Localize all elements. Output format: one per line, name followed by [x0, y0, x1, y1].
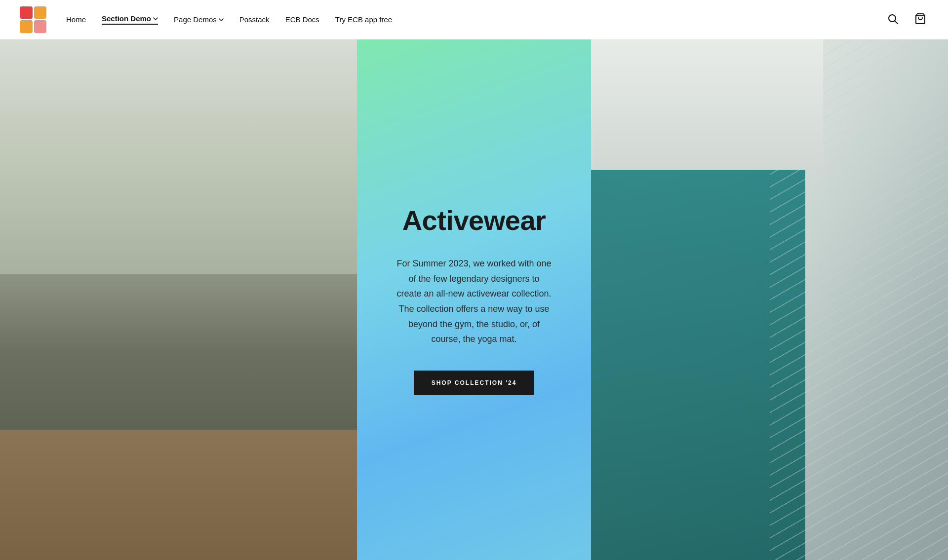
hero-title: Activewear — [402, 204, 546, 236]
logo-square-br — [34, 20, 47, 33]
chevron-down-icon — [219, 17, 224, 22]
hero-right-panel — [591, 39, 948, 560]
nav-posstack[interactable]: Posstack — [239, 15, 270, 24]
header-left: Home Section Demo Page Demos Posstack — [20, 6, 392, 33]
cart-icon — [914, 13, 926, 26]
hero-description: For Summer 2023, we worked with one of t… — [396, 256, 552, 347]
search-button[interactable] — [885, 11, 901, 28]
jumprope-photo — [0, 39, 357, 560]
site-header: Home Section Demo Page Demos Posstack — [0, 0, 948, 39]
hero-section: Activewear For Summer 2023, we worked wi… — [0, 39, 948, 560]
search-icon — [887, 13, 899, 26]
nav-home[interactable]: Home — [66, 15, 86, 24]
chevron-down-icon — [153, 16, 158, 21]
nav-ecb-docs[interactable]: ECB Docs — [285, 15, 319, 24]
site-logo[interactable] — [20, 6, 46, 33]
hero-center-panel: Activewear For Summer 2023, we worked wi… — [357, 39, 591, 560]
svg-line-1 — [895, 21, 898, 24]
main-nav: Home Section Demo Page Demos Posstack — [66, 14, 392, 25]
runner-photo — [591, 39, 948, 560]
runner-photo-bg — [591, 39, 948, 560]
railing-decoration — [770, 39, 948, 560]
nav-section-demo[interactable]: Section Demo — [102, 14, 158, 25]
header-right — [885, 11, 928, 28]
nav-page-demos[interactable]: Page Demos — [174, 15, 224, 24]
logo-square-tr — [34, 6, 47, 19]
nav-try-ecb[interactable]: Try ECB app free — [335, 15, 392, 24]
logo-square-bl — [20, 20, 33, 33]
hero-left-panel — [0, 39, 357, 560]
shop-collection-button[interactable]: SHOP COLLECTION '24 — [414, 371, 535, 395]
logo-square-tl — [20, 6, 33, 19]
cart-button[interactable] — [912, 11, 928, 28]
jumprope-photo-bg — [0, 39, 357, 560]
logo-grid — [20, 6, 46, 33]
